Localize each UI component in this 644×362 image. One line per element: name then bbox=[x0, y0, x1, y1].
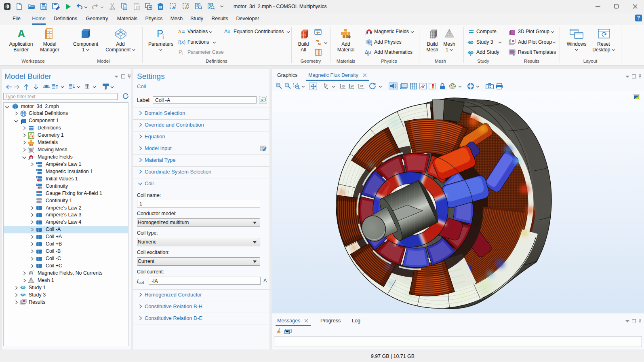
svg-text:xz: xz bbox=[360, 84, 363, 88]
svg-text:D: D bbox=[36, 168, 38, 172]
svg-text:A: A bbox=[18, 28, 25, 39]
svg-text:DC: DC bbox=[37, 172, 41, 175]
svg-text:_: _ bbox=[32, 158, 34, 161]
svg-text:+: + bbox=[28, 158, 30, 161]
svg-text:i: i bbox=[182, 52, 183, 55]
svg-text:a: a bbox=[178, 29, 181, 34]
svg-text:yz: yz bbox=[351, 84, 354, 88]
svg-text:P: P bbox=[179, 49, 182, 55]
svg-text:D: D bbox=[36, 176, 38, 179]
svg-text:D: D bbox=[36, 183, 38, 186]
svg-text:f(x): f(x) bbox=[178, 39, 185, 44]
svg-text:+: + bbox=[365, 32, 367, 36]
svg-text:D: D bbox=[36, 161, 38, 165]
svg-text:xy: xy bbox=[342, 84, 345, 88]
svg-text:Δu: Δu bbox=[224, 29, 230, 34]
svg-text:i: i bbox=[162, 33, 164, 39]
svg-text:_: _ bbox=[370, 32, 373, 36]
svg-text:DC: DC bbox=[37, 201, 41, 203]
